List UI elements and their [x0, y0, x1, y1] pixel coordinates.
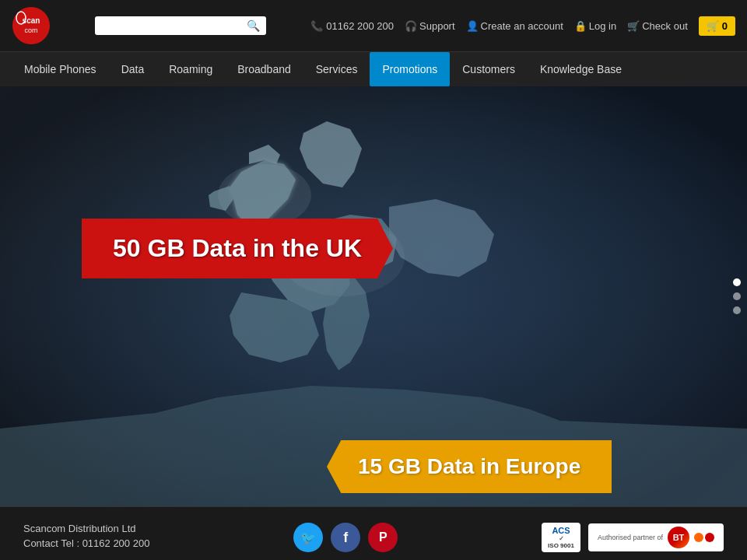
iso-badge: ACS ✓ ISO 9001: [542, 523, 580, 552]
bt-logo: BT: [668, 527, 689, 548]
svg-point-6: [218, 164, 311, 226]
pinterest-button[interactable]: P: [368, 523, 398, 552]
europe-banner: 15 GB Data in Europe: [327, 440, 612, 493]
hero-section: 50 GB Data in the UK 15 GB Data in Europ…: [0, 86, 747, 506]
slide-dot-1[interactable]: [733, 278, 741, 286]
search-bar[interactable]: 🔍: [95, 16, 266, 35]
cart-icon-btn: 🛒: [707, 20, 719, 32]
facebook-button[interactable]: f: [331, 523, 360, 552]
navbar: Mobile Phones Data Roaming Broadband Ser…: [0, 52, 747, 86]
cart-icon: 🛒: [627, 20, 640, 32]
nav-mobile-phones[interactable]: Mobile Phones: [12, 52, 109, 86]
logo-icon: scan com: [12, 6, 51, 45]
footer-main: Scancom Distribution Ltd Contact Tel : 0…: [0, 506, 747, 560]
company-name: Scancom Distribution Ltd: [23, 523, 149, 534]
slide-dot-3[interactable]: [733, 306, 741, 314]
svg-text:com: com: [24, 26, 37, 34]
twitter-button[interactable]: 🐦: [293, 523, 323, 552]
phone-number: 📞 01162 200 200: [310, 20, 394, 32]
footer-social: 🐦 f P: [293, 523, 398, 552]
nav-broadband[interactable]: Broadband: [225, 52, 303, 86]
phone-icon: 📞: [310, 20, 323, 32]
header-top: scan com 🔍 📞 01162 200 200 🎧 Support 👤 C…: [0, 0, 747, 52]
slide-dots: [733, 278, 741, 314]
logo-area: scan com: [12, 6, 51, 45]
nav-promotions[interactable]: Promotions: [370, 52, 450, 86]
nav-data[interactable]: Data: [109, 52, 157, 86]
create-account-link[interactable]: 👤 Create an account: [466, 20, 563, 32]
search-input[interactable]: [101, 20, 247, 32]
cart-count-button[interactable]: 🛒 0: [699, 16, 735, 36]
checkout-link[interactable]: 🛒 Check out: [627, 20, 688, 32]
nav-knowledge-base[interactable]: Knowledge Base: [528, 52, 634, 86]
nav-services[interactable]: Services: [303, 52, 370, 86]
footer-company-info: Scancom Distribution Ltd Contact Tel : 0…: [23, 523, 149, 552]
uk-banner: 50 GB Data in the UK: [82, 219, 393, 278]
search-button[interactable]: 🔍: [247, 19, 260, 32]
footer-logos: ACS ✓ ISO 9001 Authorised partner of BT: [542, 523, 724, 552]
login-link[interactable]: 🔒 Log in: [574, 20, 616, 32]
user-icon: 👤: [466, 20, 479, 32]
nav-customers[interactable]: Customers: [450, 52, 528, 86]
header-actions: 📞 01162 200 200 🎧 Support 👤 Create an ac…: [310, 16, 735, 36]
bt-partner-badge: Authorised partner of BT: [588, 523, 724, 551]
support-icon: 🎧: [405, 20, 417, 32]
support-link[interactable]: 🎧 Support: [405, 20, 455, 32]
lock-icon: 🔒: [574, 20, 587, 32]
company-contact: Contact Tel : 01162 200 200: [23, 537, 149, 549]
nav-roaming[interactable]: Roaming: [156, 52, 225, 86]
slide-dot-2[interactable]: [733, 292, 741, 300]
